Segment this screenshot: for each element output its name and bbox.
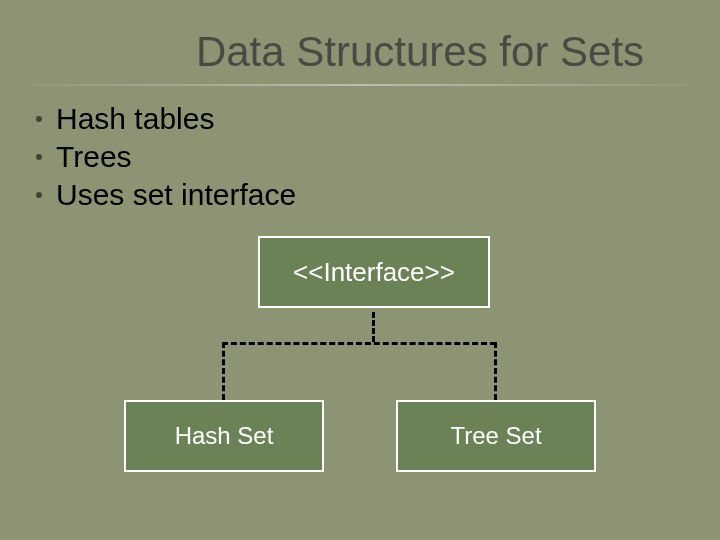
tree-set-node: Tree Set — [396, 400, 596, 472]
hash-set-node: Hash Set — [124, 400, 324, 472]
title-underline — [30, 84, 690, 86]
bullet-text: Uses set interface — [56, 178, 296, 212]
bullet-icon — [36, 116, 42, 122]
connector-line — [494, 342, 497, 400]
bullet-list: Hash tables Trees Uses set interface — [36, 102, 296, 216]
connector-line — [372, 312, 375, 342]
slide-title: Data Structures for Sets — [0, 28, 720, 76]
list-item: Trees — [36, 140, 296, 174]
interface-node: <<Interface>> — [258, 236, 490, 308]
bullet-icon — [36, 154, 42, 160]
class-diagram: <<Interface>> Hash Set Tree Set — [0, 230, 720, 510]
connector-line — [222, 342, 225, 400]
bullet-icon — [36, 192, 42, 198]
bullet-text: Hash tables — [56, 102, 214, 136]
list-item: Hash tables — [36, 102, 296, 136]
connector-line — [222, 342, 496, 345]
list-item: Uses set interface — [36, 178, 296, 212]
bullet-text: Trees — [56, 140, 132, 174]
